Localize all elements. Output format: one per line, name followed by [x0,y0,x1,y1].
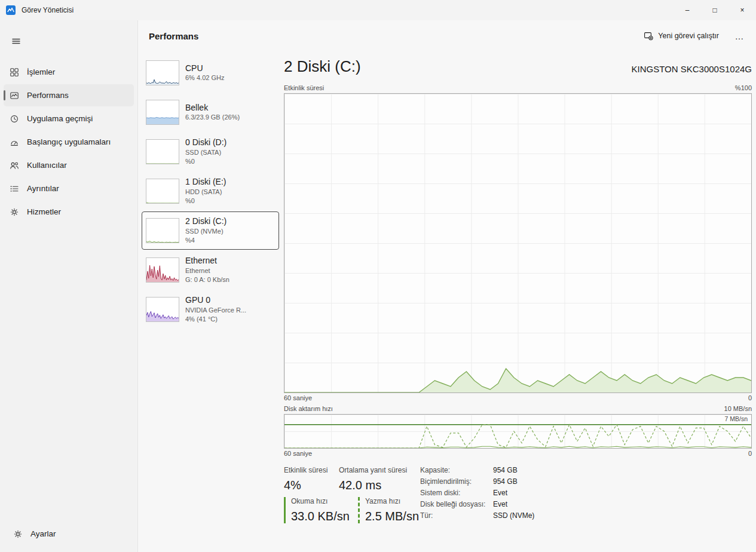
stat-response-time: Ortalama yanıt süresi 42.0 ms [339,466,407,492]
disk-properties: Kapasite: 954 GB Biçimlendirilmiş: 954 G… [420,466,534,523]
close-button[interactable]: × [729,0,756,20]
device-subtext: %0 [185,197,226,206]
stat-label: Ortalama yanıt süresi [339,466,407,474]
device-item-disk-e[interactable]: 1 Diski (E:) HDD (SATA) %0 [142,172,279,210]
device-item-gpu[interactable]: GPU 0 NVIDIA GeForce R... 4% (41 °C) [142,290,279,329]
performance-icon [9,90,20,101]
device-subtext: 6.3/23.9 GB (26%) [185,113,240,122]
more-options-button[interactable]: … [730,27,749,45]
device-name: Ethernet [185,256,229,266]
sidebar: İşlemler Performans Uygulama geçmişi [0,20,137,552]
device-subtext: %4 [185,236,227,245]
main-panel: Performans Yeni görevi çalıştır … [137,20,756,552]
run-new-task-label: Yeni görevi çalıştır [658,32,719,40]
stat-value: 33.0 KB/sn [291,510,350,523]
transfer-rate-marker-label: 7 MB/sn [724,415,748,422]
stat-write-speed: Yazma hızı 2.5 MB/sn [358,497,419,523]
device-subtext: Ethernet [185,266,229,275]
disk-d-mini-chart [146,139,179,164]
active-time-x-right: 0 [748,394,752,401]
sidebar-item-label: Ayarlar [30,529,56,538]
cpu-mini-chart [146,60,179,85]
sidebar-item-users[interactable]: Kullanıcılar [4,154,134,176]
detail-panel: 2 Diski (C:) KINGSTON SKC3000S1024G Etki… [279,53,756,552]
device-item-ethernet[interactable]: Ethernet Ethernet G: 0 A: 0 Kb/sn [142,251,279,289]
kv-row: Kapasite: 954 GB [420,466,534,474]
task-manager-app-icon [6,5,16,15]
active-time-chart-label: Etkinlik süresi [284,84,324,91]
device-subtext: G: 0 A: 0 Kb/sn [185,275,229,284]
users-icon [9,160,20,171]
device-item-disk-c[interactable]: 2 Diski (C:) SSD (NVMe) %4 [142,211,279,250]
sidebar-item-label: Uygulama geçmişi [27,114,93,123]
sidebar-item-details[interactable]: Ayrıntılar [4,177,134,200]
device-name: 0 Diski (D:) [185,137,227,148]
stat-value: 42.0 ms [339,479,407,492]
sidebar-item-performance[interactable]: Performans [4,84,134,106]
stat-label: Etkinlik süresi [284,466,328,474]
device-name: GPU 0 [185,295,246,306]
transfer-rate-chart-svg [284,415,751,448]
transfer-rate-chart: 7 MB/sn [284,414,752,449]
sidebar-item-services[interactable]: Hizmetler [4,201,134,223]
stat-read-speed: Okuma hızı 33.0 KB/sn [284,497,350,523]
disk-model-name: KINGSTON SKC3000S1024G [632,64,752,76]
kv-row: Disk belleği dosyası: Evet [420,500,534,508]
kv-value: Evet [493,500,507,508]
transfer-rate-x-right: 0 [748,450,752,457]
run-new-task-icon [644,31,653,41]
services-icon [9,207,20,217]
stat-active-time: Etkinlik süresi 4% [284,466,328,492]
device-subtext: 4% (41 °C) [185,315,246,324]
device-name: CPU [185,63,224,74]
kv-key: Disk belleği dosyası: [420,500,493,508]
sidebar-item-startup-apps[interactable]: Başlangıç uygulamaları [4,131,134,153]
sidebar-item-label: Performans [27,91,69,100]
sidebar-item-processes[interactable]: İşlemler [4,61,134,83]
minimize-button[interactable]: – [674,0,701,20]
navigation-menu-button[interactable] [5,31,27,51]
device-item-disk-d[interactable]: 0 Diski (D:) SSD (SATA) %0 [142,133,279,171]
run-new-task-button[interactable]: Yeni görevi çalıştır [638,27,725,45]
kv-value: SSD (NVMe) [493,511,534,520]
stat-label: Yazma hızı [365,497,419,505]
page-title: Performans [149,31,198,41]
kv-key: Tür: [420,511,493,520]
stat-label: Okuma hızı [291,497,350,505]
details-icon [9,183,20,194]
kv-value: Evet [493,489,507,497]
active-time-scale-label: %100 [735,84,752,91]
kv-row: Tür: SSD (NVMe) [420,511,534,520]
device-item-cpu[interactable]: CPU 6% 4.02 GHz [142,54,279,92]
titlebar: Görev Yöneticisi – □ × [0,0,756,20]
processes-icon [9,67,20,78]
kv-key: Biçimlendirilmiş: [420,477,493,486]
transfer-rate-x-left: 60 saniye [284,450,312,457]
kv-value: 954 GB [493,466,518,474]
active-time-chart [284,93,752,393]
kv-row: Sistem diski: Evet [420,489,534,497]
ethernet-mini-chart [146,257,179,283]
maximize-button[interactable]: □ [701,0,729,20]
device-name: 2 Diski (C:) [185,216,227,227]
sidebar-item-label: Hizmetler [27,207,61,216]
hamburger-icon [11,36,21,46]
disk-c-mini-chart [146,218,179,243]
device-name: 1 Diski (E:) [185,177,226,188]
sidebar-item-label: İşlemler [27,68,55,76]
startup-apps-icon [9,137,20,148]
kv-row: Biçimlendirilmiş: 954 GB [420,477,534,486]
stat-value: 2.5 MB/sn [365,510,419,523]
device-item-memory[interactable]: Bellek 6.3/23.9 GB (26%) [142,93,279,131]
window-controls: – □ × [674,0,756,20]
device-subtext: HDD (SATA) [185,188,226,197]
sidebar-item-label: Kullanıcılar [27,161,67,170]
sidebar-item-app-history[interactable]: Uygulama geçmişi [4,108,134,130]
sidebar-item-settings[interactable]: Ayarlar [7,523,130,545]
stat-value: 4% [284,479,328,492]
window-title: Görev Yöneticisi [22,6,74,14]
transfer-rate-scale-label: 10 MB/sn [724,405,752,412]
device-subtext: 6% 4.02 GHz [185,73,224,82]
memory-mini-chart [146,100,179,125]
kv-key: Sistem diski: [420,489,493,497]
